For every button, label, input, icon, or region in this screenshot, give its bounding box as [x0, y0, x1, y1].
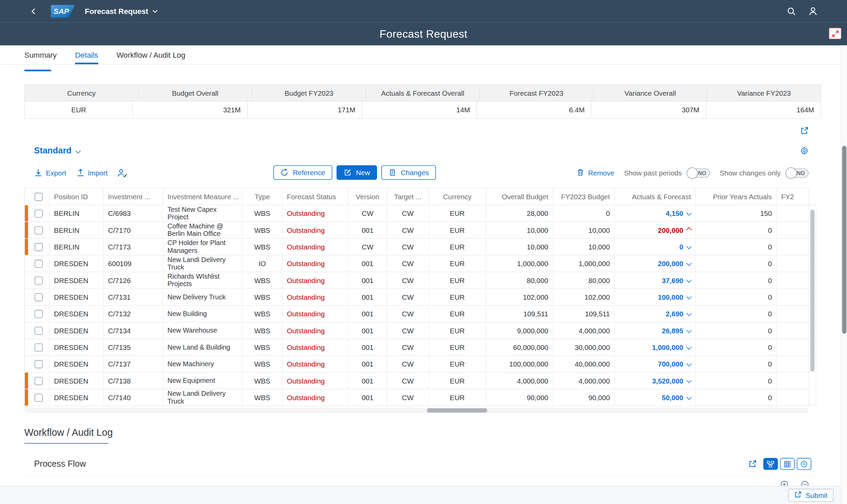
- table-row[interactable]: DRESDEN C/7132 New Building WBS Outstand…: [24, 305, 809, 322]
- cell-overall-budget: 28,000: [486, 205, 553, 222]
- row-checkbox[interactable]: [34, 360, 42, 368]
- cell-target: CW: [387, 389, 429, 406]
- page-scrollbar[interactable]: [841, 46, 847, 504]
- row-checkbox[interactable]: [34, 310, 42, 318]
- col-forecast-status[interactable]: Forecast Status: [282, 188, 348, 205]
- user-icon[interactable]: [808, 6, 818, 16]
- cell-actuals-forecast[interactable]: 2,690: [614, 305, 696, 322]
- cell-version: 001: [348, 356, 388, 372]
- table-row[interactable]: DRESDEN C/7126 Richards WIshlist Project…: [24, 272, 809, 288]
- back-icon[interactable]: [28, 6, 39, 17]
- col-version[interactable]: Version: [348, 188, 388, 205]
- show-changes-only-toggle[interactable]: NO: [786, 168, 809, 178]
- row-checkbox[interactable]: [34, 243, 42, 251]
- row-checkbox[interactable]: [34, 343, 42, 352]
- table-row[interactable]: DRESDEN C/7131 New Delivery Truck WBS Ou…: [24, 288, 809, 305]
- gear-icon[interactable]: [800, 146, 809, 155]
- cell-investment-measure: CP Holder for Plant Managers: [163, 239, 242, 255]
- remove-label: Remove: [588, 169, 614, 177]
- table-row[interactable]: DRESDEN C/7137 New Machinery WBS Outstan…: [24, 356, 809, 372]
- variant-selector[interactable]: Standard: [34, 146, 80, 156]
- reference-button[interactable]: Reference: [273, 165, 332, 180]
- col-target[interactable]: Target ...: [387, 188, 429, 205]
- actuals-forecast-value: 50,000: [662, 393, 683, 401]
- row-flag: [24, 239, 28, 255]
- cell-actuals-forecast[interactable]: 200,000: [614, 255, 696, 272]
- horizontal-scrollbar[interactable]: [24, 408, 809, 413]
- cell-actuals-forecast[interactable]: 100,000: [614, 288, 696, 305]
- history-view-button[interactable]: [797, 458, 811, 470]
- row-checkbox[interactable]: [34, 227, 42, 235]
- col-fy2023-budget[interactable]: FY2023 Budget: [553, 188, 614, 205]
- tab-workflow-audit-log[interactable]: Workflow / Audit Log: [116, 46, 185, 65]
- table-row[interactable]: DRESDEN C/7138 New Equipment WBS Outstan…: [24, 372, 809, 389]
- changes-button[interactable]: Changes: [381, 165, 436, 180]
- col-currency[interactable]: Currency: [429, 188, 486, 205]
- cell-forecast-status: Outstanding: [282, 255, 348, 272]
- row-checkbox[interactable]: [34, 377, 42, 385]
- cell-fy2023-budget: 40,000,000: [553, 356, 614, 372]
- cell-actuals-forecast[interactable]: 50,000: [614, 389, 696, 406]
- cell-investment-measure: New Landi Delivery Truck: [163, 389, 242, 406]
- show-past-periods-toggle[interactable]: NO: [687, 168, 710, 178]
- hscroll-thumb[interactable]: [427, 408, 487, 413]
- table-row[interactable]: DRESDEN C/7135 New Land & Building WBS O…: [24, 339, 809, 355]
- import-button[interactable]: Import: [76, 168, 108, 177]
- search-icon[interactable]: [787, 6, 796, 16]
- tab-details[interactable]: Details: [75, 46, 98, 65]
- cell-actuals-forecast[interactable]: 3,520,000: [614, 372, 696, 389]
- select-all-checkbox[interactable]: [34, 193, 42, 201]
- row-checkbox[interactable]: [34, 327, 42, 335]
- cell-target: CW: [387, 339, 429, 355]
- table-row[interactable]: BERLIN C/6983 Test New Capex Project WBS…: [24, 205, 809, 222]
- col-investment[interactable]: Investment ...: [104, 188, 163, 205]
- remove-button[interactable]: Remove: [576, 168, 614, 177]
- shell-app-title[interactable]: Forecast Request: [85, 7, 158, 16]
- tab-summary[interactable]: Summary: [24, 46, 57, 65]
- actuals-forecast-value: 700,000: [658, 360, 683, 368]
- cell-version: 001: [348, 372, 388, 389]
- row-checkbox[interactable]: [34, 293, 42, 301]
- cell-actuals-forecast[interactable]: 200,000: [614, 222, 696, 238]
- cell-actuals-forecast[interactable]: 4,150: [614, 205, 696, 222]
- export-button[interactable]: Export: [34, 168, 66, 177]
- row-flag: [24, 322, 28, 339]
- col-fy2[interactable]: FY2: [776, 188, 809, 205]
- table-row[interactable]: DRESDEN C/7134 New Warehouse WBS Outstan…: [24, 322, 809, 339]
- grid-view-button[interactable]: [780, 458, 795, 470]
- row-flag: [24, 339, 28, 355]
- cell-actuals-forecast[interactable]: 37,690: [614, 272, 696, 288]
- row-checkbox[interactable]: [34, 276, 42, 285]
- page-scrollbar-thumb[interactable]: [842, 146, 847, 334]
- person-check-icon[interactable]: [118, 168, 128, 178]
- table-row[interactable]: DRESDEN C/7140 New Landi Delivery Truck …: [24, 389, 809, 406]
- expand-icon[interactable]: [748, 460, 757, 468]
- row-checkbox[interactable]: [34, 394, 42, 402]
- cell-actuals-forecast[interactable]: 26,895: [614, 322, 696, 339]
- cell-actuals-forecast[interactable]: 700,000: [614, 356, 696, 372]
- cell-currency: EUR: [429, 222, 486, 238]
- new-button[interactable]: New: [337, 165, 377, 180]
- table-row[interactable]: BERLIN C/7170 Coffee Machine @ Berlin Ma…: [24, 222, 809, 238]
- row-checkbox[interactable]: [34, 210, 42, 218]
- row-checkbox[interactable]: [34, 259, 42, 268]
- col-investment-measure[interactable]: Investment Measure ...: [163, 188, 242, 205]
- cell-actuals-forecast[interactable]: 1,000,000: [614, 339, 696, 355]
- process-flow-view-button[interactable]: [763, 458, 778, 470]
- col-position-id[interactable]: Position ID: [50, 188, 104, 205]
- col-actuals-forecast[interactable]: Actuals & Forecast: [614, 188, 696, 205]
- fullscreen-red-icon[interactable]: [829, 28, 842, 39]
- expand-icon[interactable]: [800, 126, 809, 135]
- col-prior-years-actuals[interactable]: Prior Years Actuals: [696, 188, 777, 205]
- cell-version: CW: [348, 205, 388, 222]
- cell-actuals-forecast[interactable]: 0: [614, 239, 696, 255]
- col-type[interactable]: Type: [242, 188, 283, 205]
- table-vertical-scrollbar[interactable]: [809, 205, 816, 406]
- vscroll-thumb[interactable]: [810, 210, 815, 371]
- row-flag: [24, 222, 28, 238]
- table-row[interactable]: DRESDEN 600109 New Landi Delivery Truck …: [24, 255, 809, 272]
- col-overall-budget[interactable]: Overall Budget: [486, 188, 553, 205]
- table-row[interactable]: BERLIN C/7173 CP Holder for Plant Manage…: [24, 239, 809, 255]
- cell-investment: C/7140: [104, 389, 163, 406]
- submit-button[interactable]: Submit: [788, 489, 833, 502]
